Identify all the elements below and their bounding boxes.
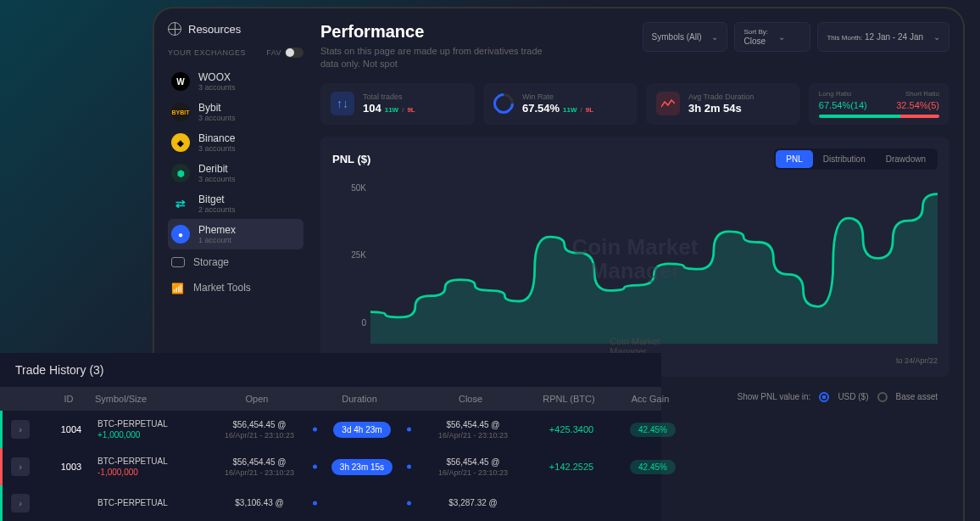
gain-pill: 42.45% xyxy=(630,423,676,437)
expand-button[interactable]: › xyxy=(11,420,30,439)
stat-ratio: Long Ratio Short Ratio 67.54%(14) 32.54%… xyxy=(809,83,949,125)
symbols-filter[interactable]: Symbols (All) ⌄ xyxy=(643,22,728,52)
x-range-end: to 24/Apr/22 xyxy=(896,356,938,365)
table-row: › 1003 BTC-PERPETUAL-1,000,000 $56,454.4… xyxy=(0,448,661,485)
pnl-chart-section: PNL ($) PNL Distribution Drawdown 50K 25… xyxy=(320,137,949,377)
exchange-bitget[interactable]: ⇄ Bitget2 accounts xyxy=(168,188,303,219)
exchanges-header: YOUR EXCHANGES FAV xyxy=(168,48,303,58)
chart-tabs: PNL Distribution Drawdown xyxy=(774,148,938,170)
table-row: › 1004 BTC-PERPETUAL+1,000,000 $56,454.4… xyxy=(0,411,661,448)
fav-toggle[interactable]: FAV xyxy=(266,48,303,58)
winrate-icon xyxy=(489,89,518,118)
exchange-binance[interactable]: ◆ Binance3 accounts xyxy=(168,127,303,158)
pnl-toggle-label: Show PNL value in: xyxy=(737,392,810,401)
stat-total-trades: ↑↓ Total trades 104 11W / 9L xyxy=(320,83,475,125)
ratio-bar xyxy=(819,115,939,118)
trade-id: 1003 xyxy=(50,462,92,472)
woox-icon: W xyxy=(171,72,190,91)
exchange-woox[interactable]: W WOOX3 accounts xyxy=(168,66,303,97)
chevron-down-icon: ⌄ xyxy=(711,32,718,42)
trade-id: 1004 xyxy=(50,424,92,434)
chart-title: PNL ($) xyxy=(332,153,370,165)
trades-icon: ↑↓ xyxy=(331,92,354,115)
duration-pill: 3h 23m 15s xyxy=(331,459,393,475)
tab-drawdown[interactable]: Drawdown xyxy=(876,150,936,168)
stat-avg-duration: Avg Trade Duration 3h 2m 54s xyxy=(646,83,800,125)
page-subtitle: Stats on this page are made up from deri… xyxy=(320,45,558,71)
trade-history-panel: Trade History (3) ID Symbol/Size Open Du… xyxy=(0,353,661,521)
stat-win-rate: Win Rate 67.54% 11W / 9L xyxy=(483,83,638,125)
pnl-chart xyxy=(370,183,938,345)
exchange-phemex[interactable]: ● Phemex1 account xyxy=(168,219,303,249)
tab-distribution[interactable]: Distribution xyxy=(813,150,876,168)
exchange-deribit[interactable]: ⬢ Deribit3 accounts xyxy=(168,158,303,188)
rpnl-value: +142.2525 xyxy=(533,462,610,472)
radio-usd[interactable] xyxy=(819,392,829,402)
sort-filter[interactable]: Sort By: Close ⌄ xyxy=(734,22,810,52)
period-filter[interactable]: This Month: 12 Jan - 24 Jan ⌄ xyxy=(817,22,949,52)
table-row: › BTC-PERPETUAL $3,106.43 @ $3,287.32 @ xyxy=(0,485,661,521)
duration-pill: 3d 4h 23m xyxy=(333,422,390,438)
chevron-down-icon: ⌄ xyxy=(778,32,785,42)
tab-pnl[interactable]: PNL xyxy=(776,150,812,168)
gain-pill: 42.45% xyxy=(630,460,676,474)
resources-label: Resources xyxy=(188,23,241,36)
rpnl-value: +425.3400 xyxy=(533,424,610,434)
chevron-down-icon: ⌄ xyxy=(933,32,940,42)
expand-button[interactable]: › xyxy=(11,494,30,513)
nav-market-tools[interactable]: 📶 Market Tools xyxy=(168,275,303,300)
binance-icon: ◆ xyxy=(171,133,190,152)
signal-icon: 📶 xyxy=(171,283,185,293)
expand-button[interactable]: › xyxy=(11,457,30,476)
phemex-icon: ● xyxy=(171,225,190,244)
deribit-icon: ⬢ xyxy=(171,164,190,182)
nav-storage[interactable]: Storage xyxy=(168,249,303,275)
trade-history-header: ID Symbol/Size Open Duration Close RPNL … xyxy=(0,387,661,411)
bitget-icon: ⇄ xyxy=(171,194,190,213)
globe-icon xyxy=(168,22,181,36)
exchange-bybit[interactable]: BYBIT Bybit3 accounts xyxy=(168,97,303,127)
radio-base[interactable] xyxy=(877,392,888,402)
toggle-switch-icon xyxy=(285,48,303,58)
duration-icon xyxy=(656,92,680,115)
resources-link[interactable]: Resources xyxy=(168,22,303,36)
trade-history-title: Trade History (3) xyxy=(0,353,661,387)
y-axis: 50K 25K 0 xyxy=(332,183,366,328)
page-title: Performance xyxy=(320,22,558,42)
storage-icon xyxy=(171,257,185,267)
bybit-icon: BYBIT xyxy=(171,103,190,121)
